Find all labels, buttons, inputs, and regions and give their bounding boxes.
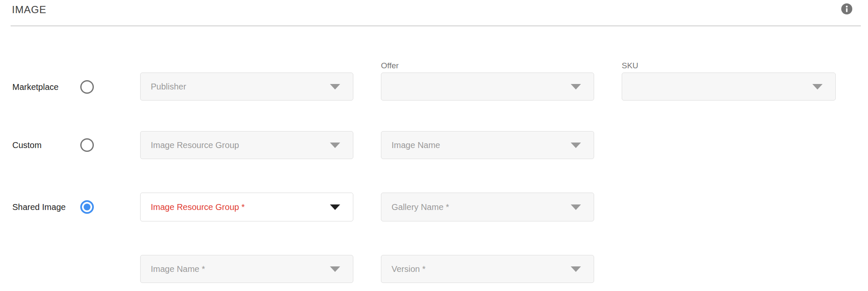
header-divider [11, 25, 861, 26]
marketplace-radio[interactable] [80, 80, 94, 94]
chevron-down-icon [571, 266, 581, 272]
custom-radio[interactable] [80, 138, 94, 152]
chevron-down-icon [571, 143, 581, 148]
shared-image-radio[interactable] [80, 200, 94, 214]
page-title: IMAGE [12, 4, 46, 16]
custom-image-name-dropdown[interactable]: Image Name [381, 131, 594, 159]
shared-image-name-dropdown[interactable]: Image Name * [140, 255, 353, 283]
chevron-down-icon [812, 84, 823, 90]
offer-dropdown[interactable] [381, 73, 594, 101]
offer-field-label: Offer [381, 61, 399, 70]
sku-dropdown[interactable] [622, 73, 836, 101]
gallery-name-placeholder: Gallery Name * [392, 202, 449, 212]
radio-dot [84, 204, 90, 210]
version-placeholder: Version * [392, 264, 426, 274]
shared-image-resource-group-dropdown[interactable]: Image Resource Group * [140, 193, 353, 221]
sku-field-label: SKU [622, 61, 638, 70]
chevron-down-icon [330, 143, 340, 148]
chevron-down-icon [330, 266, 340, 272]
shared-image-name-placeholder: Image Name * [151, 264, 205, 274]
custom-image-resource-group-placeholder: Image Resource Group [151, 140, 239, 150]
custom-image-resource-group-dropdown[interactable]: Image Resource Group [140, 131, 353, 159]
chevron-down-icon [330, 84, 340, 90]
marketplace-option-label: Marketplace [12, 82, 59, 92]
shared-image-resource-group-placeholder: Image Resource Group * [151, 202, 245, 212]
chevron-down-icon [571, 204, 581, 210]
version-dropdown[interactable]: Version * [381, 255, 594, 283]
publisher-dropdown[interactable]: Publisher [140, 73, 353, 101]
chevron-down-icon [330, 204, 340, 210]
shared-image-option-label: Shared Image [12, 202, 66, 212]
publisher-dropdown-placeholder: Publisher [151, 82, 186, 92]
info-icon[interactable] [841, 3, 852, 14]
custom-option-label: Custom [12, 140, 42, 150]
gallery-name-dropdown[interactable]: Gallery Name * [381, 193, 594, 221]
chevron-down-icon [571, 84, 581, 90]
custom-image-name-placeholder: Image Name [392, 140, 440, 150]
